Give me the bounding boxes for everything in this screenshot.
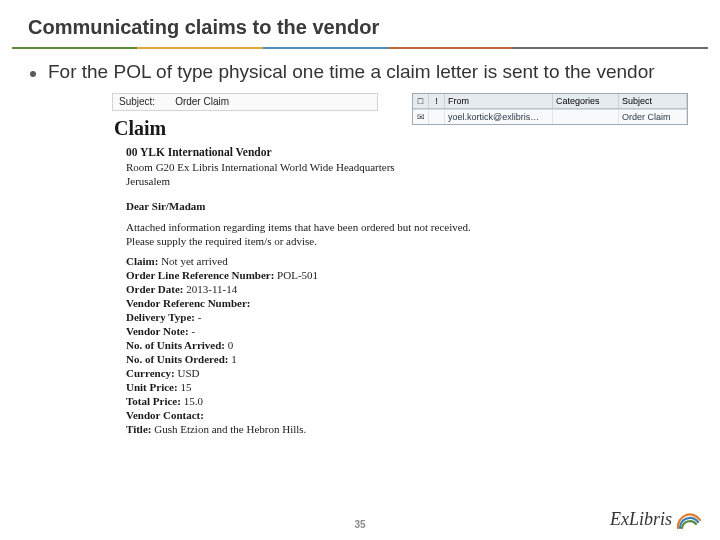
bullet-text: For the POL of type physical one time a … xyxy=(48,59,655,85)
envelope-icon: ✉ xyxy=(413,110,429,124)
letter-screenshot: □ !​ From Categories Subject ✉ yoel.kort… xyxy=(112,93,660,436)
field-vendorref: Vendor Referenc Number: xyxy=(126,296,660,310)
body-line-2: Please supply the required item/s or adv… xyxy=(112,234,660,248)
slide-title: Communicating claims to the vendor xyxy=(0,0,720,47)
claim-letter: Claim 00 YLK International Vendor Room G… xyxy=(112,111,660,436)
inbox-col-categories: Categories xyxy=(553,94,619,108)
field-totalprice: Total Price: 15.0 xyxy=(126,394,660,408)
vendor-name: 00 YLK International Vendor xyxy=(112,142,660,160)
subject-label: Subject: xyxy=(113,96,175,107)
inbox-cell-attach xyxy=(429,110,445,124)
field-vendornote: Vendor Note: - xyxy=(126,324,660,338)
body-line-1: Attached information regarding items tha… xyxy=(112,220,660,234)
field-title: Title: Gush Etzion and the Hebron Hills. xyxy=(126,422,660,436)
inbox-col-from: From xyxy=(445,94,553,108)
field-deliverytype: Delivery Type: - xyxy=(126,310,660,324)
field-orderdate: Order Date: 2013-11-14 xyxy=(126,282,660,296)
inbox-cell-subject: Order Claim xyxy=(619,110,687,124)
logo-text: ExLibris xyxy=(610,509,672,530)
greeting: Dear Sir/Madam xyxy=(112,198,660,214)
logo-arc-icon xyxy=(676,508,702,530)
field-vendorcontact: Vendor Contact: xyxy=(126,408,660,422)
inbox-header-row: □ !​ From Categories Subject xyxy=(413,94,687,109)
inbox-cell-categories xyxy=(553,110,619,124)
field-currency: Currency: USD xyxy=(126,366,660,380)
field-unitsarrived: No. of Units Arrived: 0 xyxy=(126,338,660,352)
inbox-col-subject: Subject xyxy=(619,94,687,108)
field-claim: Claim: Not yet arrived xyxy=(126,254,660,268)
field-unitsordered: No. of Units Ordered: 1 xyxy=(126,352,660,366)
subject-bar: Subject: Order Claim xyxy=(112,93,378,111)
page-number: 35 xyxy=(354,519,365,530)
bullet-dot xyxy=(30,71,36,77)
inbox-col-icon: □ xyxy=(413,94,429,108)
inbox-preview: □ !​ From Categories Subject ✉ yoel.kort… xyxy=(412,93,688,125)
field-orderline: Order Line Reference Number: POL-501 xyxy=(126,268,660,282)
inbox-col-attach: !​ xyxy=(429,94,445,108)
field-unitprice: Unit Price: 15 xyxy=(126,380,660,394)
subject-value: Order Claim xyxy=(175,96,229,107)
fields-block: Claim: Not yet arrived Order Line Refere… xyxy=(112,248,660,436)
inbox-row: ✉ yoel.kortick@exlibris… Order Claim xyxy=(413,109,687,124)
address-line-1: Room G20 Ex Libris International World W… xyxy=(112,160,660,174)
address-line-2: Jerusalem xyxy=(112,174,660,188)
exlibris-logo: ExLibris xyxy=(610,508,702,530)
bullet-list: For the POL of type physical one time a … xyxy=(0,49,720,87)
inbox-cell-from: yoel.kortick@exlibris… xyxy=(445,110,553,124)
